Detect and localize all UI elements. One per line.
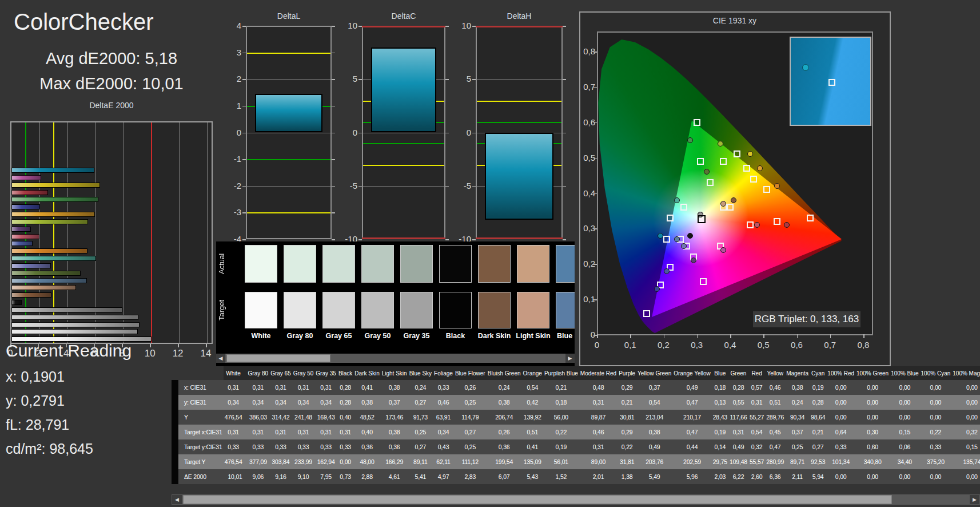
table-cell: 386,03 <box>247 410 270 425</box>
table-cell: 0,00 <box>920 380 952 395</box>
column-header: Blue Flower <box>454 366 487 380</box>
table-cell: 303,84 <box>269 454 292 469</box>
table-cell: 0,00 <box>855 395 890 410</box>
column-header: Light Skin <box>381 366 408 380</box>
table-scroll-thumb[interactable] <box>183 495 892 504</box>
table-cell: 0,00 <box>337 454 353 469</box>
gridline <box>477 79 561 80</box>
table-scroll-left-arrow-icon[interactable]: ◀ <box>172 495 182 504</box>
table-row: y: CIE310,340,340,340,340,340,280,380,37… <box>175 395 980 410</box>
table-cell: 0,33 <box>247 439 270 454</box>
cie-x-tick-label: 0,3 <box>688 340 706 350</box>
row-label[interactable]: Target x:CIE31 <box>175 425 224 439</box>
table-scrollbar[interactable]: ◀▶ <box>172 494 980 505</box>
cie-y-tick-dash <box>593 52 597 53</box>
row-label[interactable]: Target Y <box>175 454 224 469</box>
cie-target-marker-23 <box>663 236 670 243</box>
y-tick-label: -2 <box>223 181 241 191</box>
table-cell: 0,44 <box>672 439 712 454</box>
y-tick-dash <box>242 212 246 213</box>
cie-target-marker-14 <box>747 221 754 228</box>
table-cell: 0,00 <box>826 469 855 484</box>
row-label[interactable]: Y <box>175 410 224 425</box>
table-cell: 162,94 <box>314 454 337 469</box>
table-cell: 1,38 <box>618 469 636 484</box>
swatch-comparison-panel: ActualTargetWhiteGray 80Gray 65Gray 50Gr… <box>216 241 575 366</box>
swatch-scroll-thumb[interactable] <box>226 354 330 362</box>
x-tick-dash <box>150 344 151 347</box>
cie-target-marker-6 <box>727 204 734 211</box>
table-cell: 0,00 <box>951 410 980 425</box>
y-tick-dash <box>445 186 449 187</box>
table-cell: 63,91 <box>433 410 454 425</box>
table-cell: 0,32 <box>951 425 980 439</box>
cie-x-tick-label: 0 <box>588 340 606 350</box>
table-cell: 0,60 <box>855 439 890 454</box>
gridline <box>247 79 330 80</box>
table-cell: 31,81 <box>618 454 636 469</box>
gridline <box>247 186 330 187</box>
y-tick-dash <box>332 186 335 187</box>
cie-1931-panel: CIE 1931 xy 0,80,70,60,50,40,30,20,1000,… <box>579 11 891 366</box>
target-swatch-3 <box>361 292 394 328</box>
table-cell: 0,33 <box>920 439 952 454</box>
cie-zoom-inset <box>790 37 871 126</box>
table-cell: 0,34 <box>224 395 247 410</box>
column-header: 100% Red <box>826 366 855 380</box>
row-label[interactable]: Target y:CIE31 <box>175 439 224 454</box>
table-cell: 55,27 <box>748 410 765 425</box>
cie-measured-marker-19 <box>687 137 693 143</box>
table-cell: 0,73 <box>337 469 353 484</box>
column-header: Orange <box>522 366 543 380</box>
table-cell: 0,47 <box>672 425 712 439</box>
table-cell: 0,24 <box>487 380 522 395</box>
cie-target-marker-25 <box>694 119 700 126</box>
table-cell: 0,28 <box>337 380 353 395</box>
table-cell: 0,00 <box>890 395 919 410</box>
y-tick-dash <box>242 159 246 160</box>
table-cell: 169,43 <box>314 410 337 425</box>
cie-y-tick-dash <box>593 228 597 229</box>
table-cell: 0,49 <box>672 380 712 395</box>
y-tick-label: 3 <box>223 47 241 57</box>
table-cell: 0,00 <box>920 469 952 484</box>
table-cell: 139,92 <box>522 410 543 425</box>
table-cell: 0,25 <box>785 439 810 454</box>
swatch-scroll-right-arrow-icon[interactable]: ▶ <box>565 354 575 363</box>
reading-cdm2: cd/m²: 98,645 <box>6 441 93 457</box>
table-cell: 0,40 <box>353 425 380 439</box>
target-swatch-7 <box>517 292 549 328</box>
y-tick-dash <box>472 79 476 80</box>
table-cell: 476,54 <box>224 410 247 425</box>
table-row: Y476,54386,03314,42241,48169,430,4048,52… <box>175 410 980 425</box>
table-cell: 0,51 <box>765 395 785 410</box>
swatch-label-0: White <box>241 332 281 340</box>
table-cell: 0,31 <box>579 395 618 410</box>
cie-measured-marker-15 <box>691 258 696 263</box>
table-cell: 0,27 <box>810 439 826 454</box>
y-tick-dash <box>332 79 335 80</box>
measurement-table: WhiteGray 80Gray 65Gray 50Gray 35BlackDa… <box>172 366 980 484</box>
table-cell: 0,31 <box>314 380 337 395</box>
table-cell: 0,29 <box>618 380 636 395</box>
y-tick-dash <box>242 26 246 27</box>
table-cell: 0,00 <box>920 395 952 410</box>
table-cell: 0,18 <box>543 395 579 410</box>
table-cell: 0,26 <box>487 425 522 439</box>
table-cell: 0,54 <box>748 425 765 439</box>
table-cell: 0,48 <box>579 380 618 395</box>
cie-x-tick-label: 0,7 <box>821 340 839 350</box>
table-cell: 0,29 <box>618 425 636 439</box>
cie-measured-marker-13 <box>664 268 670 274</box>
table-cell: 0,25 <box>454 439 487 454</box>
cie-x-tick-label: 0,8 <box>854 340 873 350</box>
swatch-scroll-left-arrow-icon[interactable]: ◀ <box>216 354 225 363</box>
table-cell: 0,31 <box>224 380 247 395</box>
row-label[interactable]: x: CIE31 <box>175 380 224 395</box>
table-scroll-right-arrow-icon[interactable]: ▶ <box>970 495 979 504</box>
table-cell: 0,31 <box>748 395 765 410</box>
row-label[interactable]: ΔE 2000 <box>175 469 224 484</box>
table-cell: 0,19 <box>810 380 826 395</box>
row-label[interactable]: y: CIE31 <box>175 395 224 410</box>
table-cell: 9,06 <box>247 469 270 484</box>
